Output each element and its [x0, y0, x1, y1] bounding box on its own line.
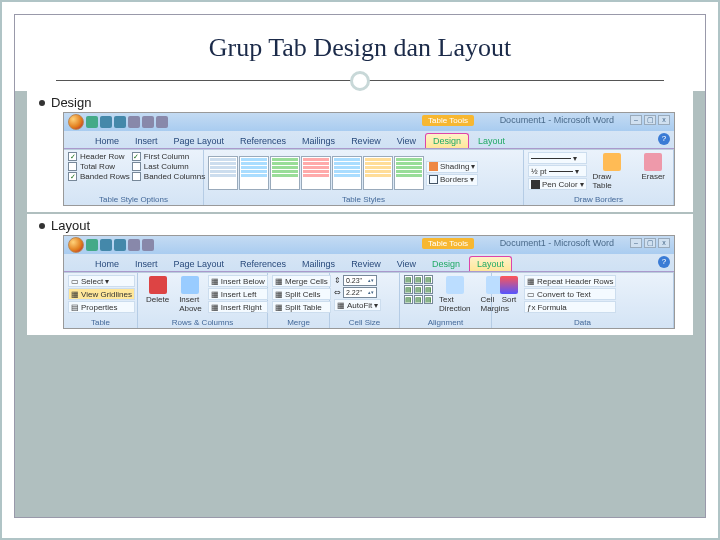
restore-button[interactable]: ▢ [644, 115, 656, 125]
repeat-header-rows-button[interactable]: ▦Repeat Header Rows [524, 275, 616, 287]
close-button[interactable]: x [658, 115, 670, 125]
split-table-icon: ▦ [275, 303, 283, 312]
bullet-icon [39, 223, 45, 229]
split-cells-button[interactable]: ▦Split Cells [272, 288, 331, 300]
qat-icon[interactable] [128, 239, 140, 251]
align-bl[interactable]: ▤ [404, 295, 413, 304]
style-thumb[interactable] [394, 156, 424, 190]
align-bc[interactable]: ▤ [414, 295, 423, 304]
pen-color-button[interactable]: Pen Color▾ [528, 178, 587, 190]
group-alignment: ▤▤▤ ▤▤▤ ▤▤▤ Text Direction Cell Margins … [400, 273, 492, 328]
tab-view[interactable]: View [390, 134, 423, 148]
merge-cells-button[interactable]: ▦Merge Cells [272, 275, 331, 287]
shading-button[interactable]: Shading▾ [426, 161, 478, 173]
autofit-button[interactable]: ▦AutoFit▾ [334, 299, 381, 311]
style-thumb[interactable] [332, 156, 362, 190]
delete-button[interactable]: Delete [142, 275, 173, 305]
chk-header-row[interactable]: ✓Header Row [68, 152, 130, 161]
tab-review[interactable]: Review [344, 134, 388, 148]
tab-mailings[interactable]: Mailings [295, 257, 342, 271]
style-thumb[interactable] [208, 156, 238, 190]
minimize-button[interactable]: – [630, 238, 642, 248]
height-icon: ⇕ [334, 276, 341, 285]
formula-button[interactable]: ƒxFormula [524, 301, 616, 313]
split-icon: ▦ [275, 290, 283, 299]
insert-below-button[interactable]: ▦Insert Below [208, 275, 268, 287]
insert-right-button[interactable]: ▦Insert Right [208, 301, 268, 313]
slide-frame: Grup Tab Design dan Layout Design [0, 0, 720, 540]
tab-view[interactable]: View [390, 257, 423, 271]
close-button[interactable]: x [658, 238, 670, 248]
style-thumb[interactable] [270, 156, 300, 190]
chk-banded-columns[interactable]: Banded Columns [132, 172, 205, 181]
align-mr[interactable]: ▤ [424, 285, 433, 294]
undo-icon[interactable] [100, 116, 112, 128]
align-tc[interactable]: ▤ [414, 275, 423, 284]
qat-icon[interactable] [128, 116, 140, 128]
align-ml[interactable]: ▤ [404, 285, 413, 294]
save-icon[interactable] [86, 116, 98, 128]
chk-total-row[interactable]: Total Row [68, 162, 130, 171]
style-thumb[interactable] [301, 156, 331, 190]
align-br[interactable]: ▤ [424, 295, 433, 304]
tab-design[interactable]: Design [425, 257, 467, 271]
tab-layout[interactable]: Layout [469, 256, 512, 271]
tab-home[interactable]: Home [88, 257, 126, 271]
save-icon[interactable] [86, 239, 98, 251]
minimize-button[interactable]: – [630, 115, 642, 125]
office-button[interactable] [68, 237, 84, 253]
sort-button[interactable]: Sort [496, 275, 522, 305]
undo-icon[interactable] [100, 239, 112, 251]
redo-icon[interactable] [114, 116, 126, 128]
qat-icon[interactable] [142, 239, 154, 251]
borders-button[interactable]: Borders▾ [426, 174, 478, 186]
tab-pagelayout[interactable]: Page Layout [167, 134, 232, 148]
tab-review[interactable]: Review [344, 257, 388, 271]
window-title: Document1 - Microsoft Word [500, 238, 614, 248]
ribbon-layout: Table Tools Document1 - Microsoft Word –… [63, 235, 675, 329]
line-style-dropdown[interactable]: ▾ [528, 152, 587, 164]
tab-home[interactable]: Home [88, 134, 126, 148]
tab-insert[interactable]: Insert [128, 134, 165, 148]
eraser-button[interactable]: Eraser [637, 152, 669, 182]
chk-last-column[interactable]: Last Column [132, 162, 205, 171]
select-button[interactable]: ▭Select▾ [68, 275, 135, 287]
tab-mailings[interactable]: Mailings [295, 134, 342, 148]
style-thumb[interactable] [239, 156, 269, 190]
split-table-button[interactable]: ▦Split Table [272, 301, 331, 313]
help-icon[interactable]: ? [658, 256, 670, 268]
view-gridlines-button[interactable]: ▦View Gridlines [68, 288, 135, 300]
convert-to-text-button[interactable]: ▭Convert to Text [524, 288, 616, 300]
text-direction-button[interactable]: Text Direction [435, 275, 475, 314]
chk-banded-rows[interactable]: ✓Banded Rows [68, 172, 130, 181]
tab-layout[interactable]: Layout [471, 134, 512, 148]
properties-button[interactable]: ▤Properties [68, 301, 135, 313]
table-styles-gallery[interactable] [208, 156, 424, 190]
help-icon[interactable]: ? [658, 133, 670, 145]
tab-design[interactable]: Design [425, 133, 469, 148]
chk-first-column[interactable]: ✓First Column [132, 152, 205, 161]
col-width-input[interactable]: 2.22" [343, 287, 377, 298]
tab-pagelayout[interactable]: Page Layout [167, 257, 232, 271]
alignment-grid[interactable]: ▤▤▤ ▤▤▤ ▤▤▤ [404, 275, 433, 304]
redo-icon[interactable] [114, 239, 126, 251]
insert-left-button[interactable]: ▦Insert Left [208, 288, 268, 300]
title-bar: Table Tools Document1 - Microsoft Word –… [64, 236, 674, 254]
row-height-input[interactable]: 0.23" [343, 275, 377, 286]
align-mc[interactable]: ▤ [414, 285, 423, 294]
style-thumb[interactable] [363, 156, 393, 190]
line-weight-dropdown[interactable]: ½ pt▾ [528, 165, 587, 177]
tab-references[interactable]: References [233, 134, 293, 148]
qat-icon[interactable] [156, 116, 168, 128]
align-tl[interactable]: ▤ [404, 275, 413, 284]
align-tr[interactable]: ▤ [424, 275, 433, 284]
tab-references[interactable]: References [233, 257, 293, 271]
insert-above-button[interactable]: Insert Above [175, 275, 206, 314]
draw-table-button[interactable]: Draw Table [589, 152, 636, 191]
tab-insert[interactable]: Insert [128, 257, 165, 271]
ribbon-body-design: ✓Header Row Total Row ✓Banded Rows ✓Firs… [64, 149, 674, 205]
text-direction-icon [446, 276, 464, 294]
qat-icon[interactable] [142, 116, 154, 128]
office-button[interactable] [68, 114, 84, 130]
restore-button[interactable]: ▢ [644, 238, 656, 248]
